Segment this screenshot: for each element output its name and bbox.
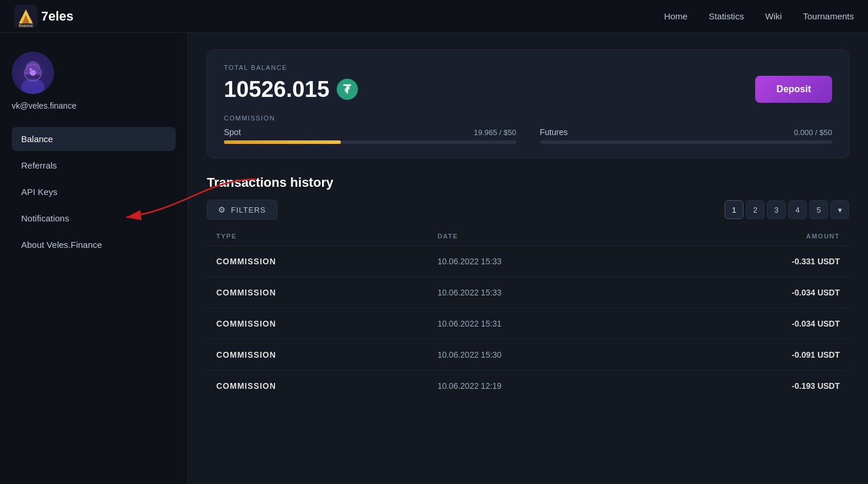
balance-row: 10526.015 ₮ Deposit <box>224 76 832 103</box>
tx-amount-3: -0.034 USDT <box>661 308 849 340</box>
svg-point-13 <box>29 68 32 70</box>
page-btn-5[interactable]: 5 <box>809 200 828 219</box>
balance-card: TOTAL BALANCE 10526.015 ₮ Deposit COMMIS… <box>207 49 849 159</box>
transactions-table: TYPE DATE AMOUNT COMMISSION 10.06.2022 1… <box>207 227 849 401</box>
tx-amount-2: -0.034 USDT <box>661 277 849 308</box>
logo-icon: finance <box>14 5 38 28</box>
sidebar-item-about[interactable]: About Veles.Finance <box>12 233 176 257</box>
futures-label: Futures <box>540 127 568 137</box>
top-navigation: finance 7eles Home Statistics Wiki Tourn… <box>0 0 868 33</box>
nav-wiki[interactable]: Wiki <box>765 11 782 21</box>
sidebar: vk@veles.finance Balance Referrals API K… <box>0 33 188 484</box>
table-row: COMMISSION 10.06.2022 12:19 -0.193 USDT <box>207 371 849 402</box>
page-btn-1[interactable]: 1 <box>725 200 743 219</box>
tx-date-1: 10.06.2022 15:33 <box>428 246 661 277</box>
tx-type-3: COMMISSION <box>207 308 428 340</box>
tx-date-2: 10.06.2022 15:33 <box>428 277 661 308</box>
svg-point-12 <box>30 70 36 76</box>
table-row: COMMISSION 10.06.2022 15:31 -0.034 USDT <box>207 308 849 340</box>
futures-header: Futures 0.000 / $50 <box>540 127 833 137</box>
table-row: COMMISSION 10.06.2022 15:30 -0.091 USDT <box>207 340 849 371</box>
tx-date-3: 10.06.2022 15:31 <box>428 308 661 340</box>
futures-commission: Futures 0.000 / $50 <box>540 127 833 144</box>
table-row: COMMISSION 10.06.2022 15:33 -0.331 USDT <box>207 246 849 277</box>
col-type: TYPE <box>207 227 428 246</box>
col-amount: AMOUNT <box>661 227 849 246</box>
balance-number: 10526.015 <box>224 77 330 102</box>
spot-label: Spot <box>224 127 241 137</box>
filters-icon: ⚙ <box>218 205 226 214</box>
col-date: DATE <box>428 227 661 246</box>
pagination: 1 2 3 4 5 ▾ <box>725 200 849 219</box>
main-layout: vk@veles.finance Balance Referrals API K… <box>0 33 868 484</box>
logo-text: 7eles <box>41 9 73 24</box>
logo[interactable]: finance 7eles <box>14 5 73 28</box>
table-header: TYPE DATE AMOUNT <box>207 227 849 246</box>
tether-icon: ₮ <box>337 79 358 100</box>
sidebar-item-api-keys[interactable]: API Keys <box>12 180 176 204</box>
nav-links: Home Statistics Wiki Tournaments <box>664 11 854 21</box>
table-body: COMMISSION 10.06.2022 15:33 -0.331 USDT … <box>207 246 849 402</box>
tx-date-5: 10.06.2022 12:19 <box>428 371 661 402</box>
main-content: TOTAL BALANCE 10526.015 ₮ Deposit COMMIS… <box>188 33 868 484</box>
avatar <box>12 52 54 94</box>
user-email: vk@veles.finance <box>12 101 176 110</box>
deposit-button[interactable]: Deposit <box>755 76 832 103</box>
transactions-section: Transactions history ⚙ FILTERS 1 2 3 4 5… <box>207 175 849 401</box>
commission-bars: Spot 19.965 / $50 Futures 0.000 / $50 <box>224 127 832 144</box>
balance-amount: 10526.015 ₮ <box>224 77 358 102</box>
nav-statistics[interactable]: Statistics <box>709 11 744 21</box>
nav-home[interactable]: Home <box>664 11 688 21</box>
avatar-image <box>12 52 54 94</box>
sidebar-menu: Balance Referrals API Keys Notifications… <box>12 127 176 257</box>
page-btn-4[interactable]: 4 <box>788 200 807 219</box>
commission-section: COMMISSION Spot 19.965 / $50 Futures <box>224 115 832 144</box>
transactions-header: Transactions history <box>207 175 849 190</box>
nav-tournaments[interactable]: Tournaments <box>803 11 854 21</box>
commission-label: COMMISSION <box>224 115 832 122</box>
tx-amount-5: -0.193 USDT <box>661 371 849 402</box>
sidebar-item-referrals[interactable]: Referrals <box>12 153 176 177</box>
total-balance-label: TOTAL BALANCE <box>224 64 832 71</box>
spot-value: 19.965 / $50 <box>474 128 516 137</box>
tx-type-5: COMMISSION <box>207 371 428 402</box>
sidebar-item-notifications[interactable]: Notifications <box>12 206 176 230</box>
spot-progress-bg <box>224 140 517 144</box>
filters-button[interactable]: ⚙ FILTERS <box>207 200 277 220</box>
spot-progress-fill <box>224 140 341 144</box>
tx-amount-4: -0.091 USDT <box>661 340 849 371</box>
page-btn-2[interactable]: 2 <box>746 200 765 219</box>
tx-type-2: COMMISSION <box>207 277 428 308</box>
spot-header: Spot 19.965 / $50 <box>224 127 517 137</box>
transactions-title: Transactions history <box>207 175 333 190</box>
table-row: COMMISSION 10.06.2022 15:33 -0.034 USDT <box>207 277 849 308</box>
page-more-btn[interactable]: ▾ <box>830 200 849 219</box>
futures-value: 0.000 / $50 <box>794 128 832 137</box>
page-btn-3[interactable]: 3 <box>767 200 786 219</box>
tx-amount-1: -0.331 USDT <box>661 246 849 277</box>
svg-text:finance: finance <box>19 23 33 28</box>
tx-type-1: COMMISSION <box>207 246 428 277</box>
sidebar-item-balance[interactable]: Balance <box>12 127 176 151</box>
tx-type-4: COMMISSION <box>207 340 428 371</box>
spot-commission: Spot 19.965 / $50 <box>224 127 517 144</box>
futures-progress-bg <box>540 140 833 144</box>
tx-date-4: 10.06.2022 15:30 <box>428 340 661 371</box>
